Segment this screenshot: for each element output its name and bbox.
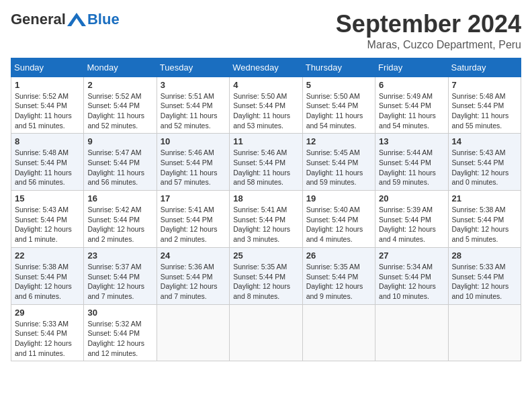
- day-header-monday: Monday: [84, 58, 157, 77]
- day-info: Sunrise: 5:39 AM Sunset: 5:44 PM Dayligh…: [379, 205, 444, 244]
- day-header-tuesday: Tuesday: [157, 58, 229, 77]
- calendar-cell: 23 Sunrise: 5:37 AM Sunset: 5:44 PM Dayl…: [84, 247, 157, 304]
- calendar-week-row: 8 Sunrise: 5:48 AM Sunset: 5:44 PM Dayli…: [11, 134, 521, 191]
- day-number: 5: [306, 80, 371, 90]
- day-info: Sunrise: 5:43 AM Sunset: 5:44 PM Dayligh…: [15, 205, 80, 244]
- calendar-cell: [230, 304, 302, 361]
- calendar-cell: 7 Sunrise: 5:48 AM Sunset: 5:44 PM Dayli…: [448, 77, 521, 134]
- calendar-cell: [375, 304, 448, 361]
- calendar-cell: 6 Sunrise: 5:49 AM Sunset: 5:44 PM Dayli…: [375, 77, 448, 134]
- calendar-cell: 1 Sunrise: 5:52 AM Sunset: 5:44 PM Dayli…: [11, 77, 84, 134]
- day-info: Sunrise: 5:52 AM Sunset: 5:44 PM Dayligh…: [87, 91, 152, 131]
- day-info: Sunrise: 5:50 AM Sunset: 5:44 PM Dayligh…: [233, 91, 298, 131]
- calendar-cell: 14 Sunrise: 5:43 AM Sunset: 5:44 PM Dayl…: [448, 134, 521, 191]
- calendar-cell: [157, 304, 229, 361]
- day-number: 17: [161, 193, 226, 203]
- logo-blue-text: Blue: [87, 11, 120, 28]
- day-number: 10: [161, 136, 226, 146]
- day-info: Sunrise: 5:52 AM Sunset: 5:44 PM Dayligh…: [15, 91, 80, 131]
- day-number: 28: [452, 250, 517, 261]
- day-info: Sunrise: 5:35 AM Sunset: 5:44 PM Dayligh…: [306, 262, 371, 302]
- day-number: 15: [15, 193, 80, 203]
- calendar-cell: 24 Sunrise: 5:36 AM Sunset: 5:44 PM Dayl…: [157, 247, 229, 304]
- calendar-cell: 10 Sunrise: 5:46 AM Sunset: 5:44 PM Dayl…: [157, 134, 229, 191]
- calendar-cell: 21 Sunrise: 5:38 AM Sunset: 5:44 PM Dayl…: [448, 191, 521, 248]
- calendar-week-row: 15 Sunrise: 5:43 AM Sunset: 5:44 PM Dayl…: [11, 191, 521, 248]
- day-number: 24: [161, 250, 226, 261]
- day-info: Sunrise: 5:46 AM Sunset: 5:44 PM Dayligh…: [161, 148, 226, 187]
- calendar-cell: 15 Sunrise: 5:43 AM Sunset: 5:44 PM Dayl…: [11, 191, 84, 248]
- day-number: 20: [379, 193, 444, 203]
- calendar-cell: 3 Sunrise: 5:51 AM Sunset: 5:44 PM Dayli…: [157, 77, 229, 134]
- day-info: Sunrise: 5:48 AM Sunset: 5:44 PM Dayligh…: [15, 148, 80, 187]
- day-number: 7: [452, 80, 517, 90]
- day-info: Sunrise: 5:41 AM Sunset: 5:44 PM Dayligh…: [233, 205, 298, 244]
- day-info: Sunrise: 5:37 AM Sunset: 5:44 PM Dayligh…: [87, 262, 152, 302]
- day-info: Sunrise: 5:32 AM Sunset: 5:44 PM Dayligh…: [87, 319, 152, 359]
- calendar-cell: 5 Sunrise: 5:50 AM Sunset: 5:44 PM Dayli…: [302, 77, 375, 134]
- day-info: Sunrise: 5:49 AM Sunset: 5:44 PM Dayligh…: [379, 91, 444, 131]
- day-number: 19: [306, 193, 371, 203]
- calendar-cell: 20 Sunrise: 5:39 AM Sunset: 5:44 PM Dayl…: [375, 191, 448, 248]
- day-header-wednesday: Wednesday: [230, 58, 302, 77]
- calendar-cell: 30 Sunrise: 5:32 AM Sunset: 5:44 PM Dayl…: [84, 304, 157, 361]
- day-number: 9: [87, 136, 152, 146]
- day-header-sunday: Sunday: [11, 58, 84, 77]
- day-number: 3: [161, 80, 226, 90]
- calendar-cell: 26 Sunrise: 5:35 AM Sunset: 5:44 PM Dayl…: [302, 247, 375, 304]
- calendar-table: SundayMondayTuesdayWednesdayThursdayFrid…: [11, 58, 521, 362]
- calendar-cell: 25 Sunrise: 5:35 AM Sunset: 5:44 PM Dayl…: [230, 247, 302, 304]
- day-header-thursday: Thursday: [302, 58, 375, 77]
- day-number: 13: [379, 136, 444, 146]
- day-info: Sunrise: 5:51 AM Sunset: 5:44 PM Dayligh…: [161, 91, 226, 131]
- calendar-cell: 12 Sunrise: 5:45 AM Sunset: 5:44 PM Dayl…: [302, 134, 375, 191]
- day-number: 14: [452, 136, 517, 146]
- day-info: Sunrise: 5:48 AM Sunset: 5:44 PM Dayligh…: [452, 91, 517, 131]
- title-section: September 2024 Maras, Cuzco Department, …: [336, 11, 521, 51]
- day-info: Sunrise: 5:40 AM Sunset: 5:44 PM Dayligh…: [306, 205, 371, 244]
- day-info: Sunrise: 5:38 AM Sunset: 5:44 PM Dayligh…: [452, 205, 517, 244]
- calendar-cell: 29 Sunrise: 5:33 AM Sunset: 5:44 PM Dayl…: [11, 304, 84, 361]
- day-header-friday: Friday: [375, 58, 448, 77]
- calendar-header-row: SundayMondayTuesdayWednesdayThursdayFrid…: [11, 58, 521, 77]
- day-number: 30: [87, 308, 152, 318]
- logo-icon: [67, 13, 86, 26]
- day-info: Sunrise: 5:33 AM Sunset: 5:44 PM Dayligh…: [452, 262, 517, 302]
- logo-general-text: General: [11, 11, 66, 28]
- day-number: 8: [15, 136, 80, 146]
- day-info: Sunrise: 5:47 AM Sunset: 5:44 PM Dayligh…: [87, 148, 152, 187]
- day-number: 26: [306, 250, 371, 261]
- day-number: 12: [306, 136, 371, 146]
- calendar-cell: [448, 304, 521, 361]
- day-number: 23: [87, 250, 152, 261]
- day-info: Sunrise: 5:42 AM Sunset: 5:44 PM Dayligh…: [87, 205, 152, 244]
- calendar-week-row: 29 Sunrise: 5:33 AM Sunset: 5:44 PM Dayl…: [11, 304, 521, 361]
- calendar-cell: 16 Sunrise: 5:42 AM Sunset: 5:44 PM Dayl…: [84, 191, 157, 248]
- month-title: September 2024: [336, 11, 521, 38]
- day-info: Sunrise: 5:33 AM Sunset: 5:44 PM Dayligh…: [15, 319, 80, 359]
- day-info: Sunrise: 5:38 AM Sunset: 5:44 PM Dayligh…: [15, 262, 80, 302]
- day-number: 25: [233, 250, 298, 261]
- location-subtitle: Maras, Cuzco Department, Peru: [336, 39, 521, 51]
- day-number: 21: [452, 193, 517, 203]
- day-info: Sunrise: 5:41 AM Sunset: 5:44 PM Dayligh…: [161, 205, 226, 244]
- calendar-cell: [302, 304, 375, 361]
- calendar-cell: 22 Sunrise: 5:38 AM Sunset: 5:44 PM Dayl…: [11, 247, 84, 304]
- day-number: 22: [15, 250, 80, 261]
- day-number: 16: [87, 193, 152, 203]
- day-number: 2: [87, 80, 152, 90]
- day-info: Sunrise: 5:35 AM Sunset: 5:44 PM Dayligh…: [233, 262, 298, 302]
- day-header-saturday: Saturday: [448, 58, 521, 77]
- calendar-week-row: 22 Sunrise: 5:38 AM Sunset: 5:44 PM Dayl…: [11, 247, 521, 304]
- calendar-cell: 8 Sunrise: 5:48 AM Sunset: 5:44 PM Dayli…: [11, 134, 84, 191]
- day-info: Sunrise: 5:34 AM Sunset: 5:44 PM Dayligh…: [379, 262, 444, 302]
- day-number: 6: [379, 80, 444, 90]
- day-number: 1: [15, 80, 80, 90]
- day-number: 11: [233, 136, 298, 146]
- calendar-cell: 19 Sunrise: 5:40 AM Sunset: 5:44 PM Dayl…: [302, 191, 375, 248]
- day-number: 29: [15, 308, 80, 318]
- day-number: 27: [379, 250, 444, 261]
- calendar-week-row: 1 Sunrise: 5:52 AM Sunset: 5:44 PM Dayli…: [11, 77, 521, 134]
- calendar-cell: 4 Sunrise: 5:50 AM Sunset: 5:44 PM Dayli…: [230, 77, 302, 134]
- calendar-cell: 17 Sunrise: 5:41 AM Sunset: 5:44 PM Dayl…: [157, 191, 229, 248]
